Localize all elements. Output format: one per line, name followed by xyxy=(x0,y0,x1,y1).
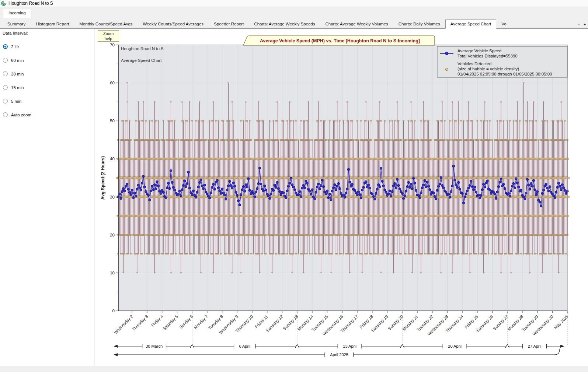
tab-scroll-right-icon[interactable]: ► xyxy=(583,22,587,26)
week-scale: 30 March6 April13 April20 April27 April xyxy=(114,343,564,349)
svg-text:27 April: 27 April xyxy=(528,344,542,348)
radio-circle-icon[interactable] xyxy=(3,112,8,117)
sidebar-title: Data Interval: xyxy=(0,29,94,35)
svg-text:20: 20 xyxy=(110,233,115,237)
chart-annotation-type: Average Speed Chart xyxy=(121,58,162,63)
radio-circle-icon[interactable] xyxy=(3,71,8,76)
svg-text:30: 30 xyxy=(110,195,115,199)
svg-text:April 2025: April 2025 xyxy=(330,352,348,357)
svg-text:Sunday 6: Sunday 6 xyxy=(178,314,194,329)
zoom-help-line1: Zoom xyxy=(98,31,119,36)
inner-tab-list: SummaryHistogram ReportMonthly Counts/Sp… xyxy=(2,20,512,28)
content-area: Data Interval: 2 Hr60 min30 min15 min5 m… xyxy=(0,29,588,366)
chart-panel: Zoom help 010203040506070Wednesday 2Thur… xyxy=(94,29,588,366)
legend-avg-dot-icon xyxy=(445,52,448,55)
tab-scroll-left-icon[interactable]: ◄ xyxy=(577,22,580,26)
radio-label: 5 min xyxy=(11,99,21,103)
svg-text:Friday 25: Friday 25 xyxy=(464,314,479,329)
speed-chart[interactable]: 010203040506070Wednesday 2Thursday 3Frid… xyxy=(94,29,588,366)
svg-text:Thursday 3: Thursday 3 xyxy=(131,314,149,331)
radio-15-min[interactable]: 15 min xyxy=(3,85,24,90)
svg-text:6 April: 6 April xyxy=(239,344,250,348)
legend-total-vehicles: Total Vehicles Displayed=55390 xyxy=(457,54,518,58)
svg-text:0: 0 xyxy=(112,309,115,313)
y-axis-title: Avg Speed:(2 Hours) xyxy=(100,156,105,200)
radio-label: Auto zoom xyxy=(11,113,31,117)
radio-auto-zoom[interactable]: Auto zoom xyxy=(3,112,31,117)
svg-text:10: 10 xyxy=(110,271,115,275)
radio-circle-icon[interactable] xyxy=(3,44,8,49)
svg-text:Monday 7: Monday 7 xyxy=(193,314,209,330)
chart-legend: Average Vehicle Speed. Total Vehicles Di… xyxy=(437,46,567,77)
svg-text:Saturday 5: Saturday 5 xyxy=(162,314,179,331)
svg-text:13 April: 13 April xyxy=(343,344,356,348)
legend-bubble-icon xyxy=(446,68,448,71)
zoom-help-line2: help xyxy=(98,36,119,41)
bottom-strip xyxy=(0,366,588,372)
window-title: Houghton Road N to S xyxy=(8,1,53,6)
plot-layer: 010203040506070Wednesday 2Thursday 3Frid… xyxy=(110,43,570,358)
tab-charts-daily-volumes[interactable]: Charts: Daily Volumes xyxy=(393,20,445,28)
svg-text:May 2025: May 2025 xyxy=(553,314,569,330)
svg-text:60: 60 xyxy=(110,81,115,85)
chart-title-tab: Average Vehicle Speed (MPH) vs. Time [Ho… xyxy=(243,36,435,45)
svg-text:20 April: 20 April xyxy=(448,344,462,348)
app-logo-icon xyxy=(1,1,6,6)
tab-incoming[interactable]: Incoming xyxy=(3,9,31,18)
legend-avg-label: Average Vehicle Speed. xyxy=(457,49,503,53)
tab-histogram-report[interactable]: Histogram Report xyxy=(31,20,74,28)
legend-bubble-note: (size of bubble = vehicle density) xyxy=(457,67,519,71)
tab-monthly-counts-speed-avgs[interactable]: Monthly Counts/Speed Avgs xyxy=(74,20,138,28)
chart-annotation-road: Houghton Road N to S xyxy=(121,46,164,51)
svg-text:50: 50 xyxy=(110,119,115,123)
tab-vo[interactable]: Vo xyxy=(496,20,511,28)
inner-tab-strip: SummaryHistogram ReportMonthly Counts/Sp… xyxy=(0,18,588,29)
zoom-help-button[interactable]: Zoom help xyxy=(98,30,119,42)
radio-circle-icon[interactable] xyxy=(3,85,8,90)
svg-text:Friday 11: Friday 11 xyxy=(254,314,269,329)
radio-2-hr[interactable]: 2 Hr xyxy=(3,44,19,49)
radio-label: 15 min xyxy=(11,85,24,90)
tab-weekly-counts-speed-averages[interactable]: Weekly Counts/Speed Averages xyxy=(138,20,209,28)
window-titlebar: Houghton Road N to S xyxy=(0,0,588,7)
tab-average-speed-chart[interactable]: Average Speed Chart xyxy=(445,20,496,29)
tab-scroll-buttons: ◄ ► xyxy=(577,22,587,26)
radio-circle-icon[interactable] xyxy=(3,58,8,63)
legend-detected-label: Vehicles Detected xyxy=(457,62,491,66)
radio-label: 30 min xyxy=(11,72,24,76)
svg-text:70: 70 xyxy=(110,43,115,47)
svg-text:Wednesday 2: Wednesday 2 xyxy=(113,314,134,335)
outer-tab-strip: Incoming xyxy=(0,7,588,18)
radio-label: 2 Hr xyxy=(11,45,19,49)
tab-charts-average-weekly-volumes[interactable]: Charts: Average Weekly Volumes xyxy=(320,20,393,28)
radio-circle-icon[interactable] xyxy=(3,99,8,103)
legend-date-range: 01/04/2025 02:05:00 through 01/05/2025 0… xyxy=(457,72,552,76)
tab-speeder-report[interactable]: Speeder Report xyxy=(209,20,249,28)
tab-summary[interactable]: Summary xyxy=(2,20,31,28)
svg-text:Friday 4: Friday 4 xyxy=(150,314,164,328)
svg-text:30 March: 30 March xyxy=(146,344,163,348)
sidebar-data-interval: Data Interval: 2 Hr60 min30 min15 min5 m… xyxy=(0,29,94,366)
chart-title: Average Vehicle Speed (MPH) vs. Time [Ho… xyxy=(260,38,420,43)
svg-text:Friday 18: Friday 18 xyxy=(359,314,374,329)
radio-30-min[interactable]: 30 min xyxy=(3,71,24,76)
radio-5-min[interactable]: 5 min xyxy=(3,99,21,103)
radio-60-min[interactable]: 60 min xyxy=(3,58,24,63)
svg-text:40: 40 xyxy=(110,157,115,161)
app-window: Houghton Road N to S Incoming SummaryHis… xyxy=(0,0,588,372)
tab-charts-average-weekly-speeds[interactable]: Charts: Average Weekly Speeds xyxy=(249,20,320,28)
month-scale: April 2025 xyxy=(114,349,560,358)
radio-label: 60 min xyxy=(11,58,24,63)
